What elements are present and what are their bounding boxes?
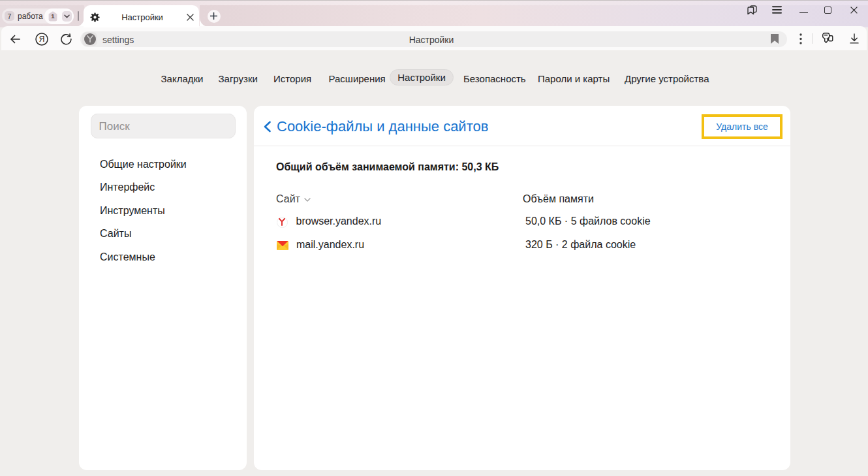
svg-text:1: 1 [51,12,55,20]
svg-text:Я: Я [39,34,44,43]
